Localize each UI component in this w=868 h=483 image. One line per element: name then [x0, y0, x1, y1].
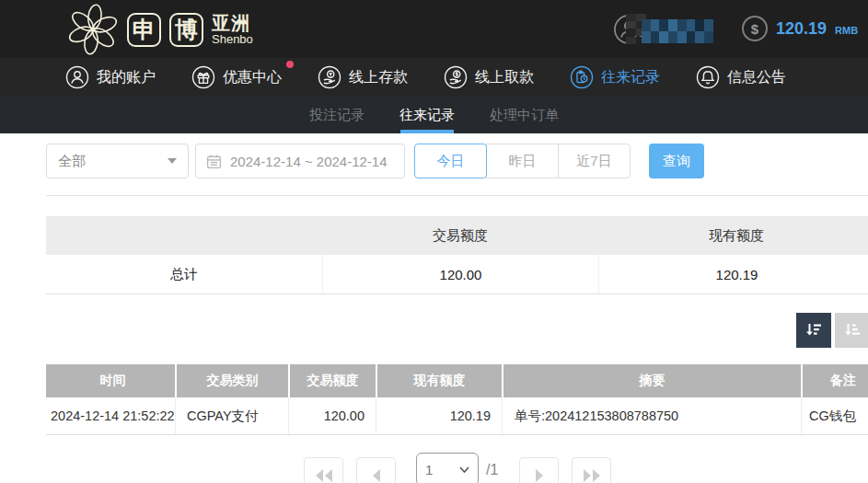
header-summary: 摘要 [502, 364, 801, 397]
summary-header-row: 交易额度 现有额度 [46, 216, 868, 255]
summary-header-transaction: 交易额度 [322, 216, 598, 255]
sort-descending-button[interactable] [796, 313, 831, 348]
sort-ascending-button[interactable] [835, 313, 868, 348]
topbar: 申 博 亚洲 Shenbo $ 120.19 RMB [0, 0, 868, 58]
logo-char-box: 申 [127, 13, 161, 47]
records-header-row: 时间 交易类别 交易额度 现有额度 摘要 备注 [46, 364, 868, 397]
nav-label: 优惠中心 [223, 68, 282, 87]
prev-page-button[interactable] [356, 457, 396, 483]
cell-note: CG钱包 [801, 397, 868, 434]
balance-display[interactable]: $ 120.19 RMB [742, 16, 858, 41]
right-arrow-icon [534, 469, 545, 482]
header-time: 时间 [46, 364, 175, 397]
summary-table: 交易额度 现有额度 总计 120.00 120.19 [46, 216, 868, 294]
summary-header-balance: 现有额度 [598, 216, 868, 255]
first-page-button[interactable] [304, 457, 343, 483]
double-left-arrow-icon [314, 469, 334, 482]
dollar-glyph: $ [751, 21, 758, 37]
nav-item-deposit[interactable]: 线上存款 [318, 65, 408, 89]
sort-buttons [796, 313, 868, 348]
page-select-value: 1 [425, 462, 433, 477]
balance-amount: 120.19 [776, 19, 827, 39]
quick-btn-yesterday[interactable]: 昨日 [486, 144, 559, 178]
tab-processing-orders[interactable]: 处理中订单 [488, 97, 561, 133]
logo-text: 亚洲 Shenbo [212, 14, 253, 46]
type-select[interactable]: 全部 [46, 144, 189, 178]
date-range-input[interactable]: 2024-12-14 ~ 2024-12-14 [195, 144, 405, 178]
cell-time: 2024-12-14 21:52:22 [46, 397, 175, 434]
query-button[interactable]: 查询 [649, 144, 704, 178]
tab-betting-records[interactable]: 投注记录 [307, 97, 366, 133]
chevron-down-icon [459, 466, 469, 473]
flower-logo-icon [67, 4, 119, 55]
logo-char-box: 博 [169, 13, 203, 47]
next-page-button[interactable] [519, 457, 559, 483]
logo-char-2: 博 [175, 15, 198, 45]
section-divider [46, 195, 868, 196]
cell-amount: 120.00 [288, 397, 376, 434]
nav-label: 信息公告 [727, 68, 786, 87]
balance-currency: RMB [835, 21, 858, 36]
nav-label: 往来记录 [601, 68, 660, 87]
last-page-button[interactable] [572, 457, 611, 483]
gift-icon [191, 65, 215, 89]
username-redaction-block [642, 19, 713, 43]
record-row: 2024-12-14 21:52:22 CGPAY支付 120.00 120.1… [46, 397, 868, 435]
logo-subtitle: Shenbo [212, 33, 253, 46]
filter-row: 全部 2024-12-14 ~ 2024-12-14 今日 昨日 近7日 查询 [46, 144, 704, 178]
summary-total-row: 总计 120.00 120.19 [46, 255, 868, 294]
cell-type: CGPAY支付 [175, 397, 288, 434]
user-icon [65, 65, 89, 89]
quick-btn-today[interactable]: 今日 [414, 144, 487, 178]
nav-label: 我的账户 [97, 68, 156, 87]
main-nav: 我的账户 优惠中心 线上存款 线上取款 [0, 58, 868, 97]
deposit-icon [318, 65, 341, 89]
quick-date-group: 今日 昨日 近7日 [414, 144, 631, 178]
bell-icon [696, 65, 720, 89]
header-note: 备注 [801, 364, 868, 397]
quick-btn-last7days[interactable]: 近7日 [558, 144, 631, 178]
cell-summary: 单号:202412153808788750 [502, 397, 801, 434]
nav-label: 线上存款 [349, 68, 408, 87]
header-amount: 交易额度 [288, 364, 376, 397]
summary-balance-total: 120.19 [598, 255, 868, 293]
left-arrow-icon [371, 469, 382, 482]
summary-header-empty [46, 216, 322, 255]
logo-char-1: 申 [133, 15, 156, 45]
chevron-down-icon [168, 158, 177, 164]
header-type: 交易类别 [175, 364, 288, 397]
double-right-arrow-icon [582, 469, 602, 482]
user-avatar[interactable] [613, 14, 644, 45]
nav-label: 线上取款 [475, 68, 534, 87]
nav-item-transaction-records[interactable]: 往来记录 [570, 65, 660, 89]
withdraw-icon [444, 65, 468, 89]
cell-balance: 120.19 [376, 397, 502, 434]
summary-transaction-total: 120.00 [322, 255, 598, 293]
date-range-value: 2024-12-14 ~ 2024-12-14 [230, 154, 388, 169]
page-select[interactable]: 1 [416, 453, 479, 483]
type-select-value: 全部 [58, 153, 86, 170]
page-total-label: /1 [486, 462, 498, 478]
header-balance: 现有额度 [376, 364, 502, 397]
new-badge-dot [286, 61, 294, 68]
dollar-icon: $ [742, 16, 768, 41]
sort-descending-icon [804, 320, 824, 340]
tab-transaction-records[interactable]: 往来记录 [398, 97, 457, 133]
sort-ascending-icon [842, 320, 862, 340]
pagination: 1 /1 [304, 453, 611, 483]
sub-nav: 投注记录 往来记录 处理中订单 [0, 97, 868, 133]
logo-region: 亚洲 [212, 14, 253, 33]
nav-item-promotions[interactable]: 优惠中心 [191, 65, 282, 89]
summary-total-label: 总计 [46, 255, 322, 293]
nav-item-withdraw[interactable]: 线上取款 [444, 65, 534, 89]
nav-item-announcements[interactable]: 信息公告 [696, 65, 786, 89]
records-table: 时间 交易类别 交易额度 现有额度 摘要 备注 2024-12-14 21:52… [46, 364, 868, 435]
nav-item-my-account[interactable]: 我的账户 [65, 65, 156, 89]
site-logo[interactable]: 申 博 亚洲 Shenbo [67, 3, 253, 56]
calendar-icon [206, 154, 222, 169]
records-icon [570, 65, 594, 89]
